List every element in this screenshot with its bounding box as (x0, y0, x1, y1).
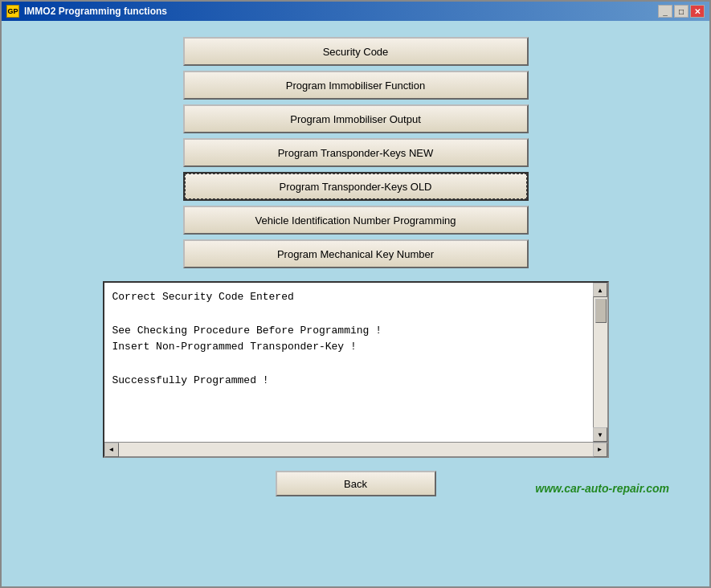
log-area-wrapper: Correct Security Code Entered See Checki… (103, 281, 609, 458)
scroll-left-button[interactable]: ◄ (104, 443, 119, 457)
programming-buttons: Security CodeProgram Immobiliser Functio… (34, 37, 677, 268)
content-area: Security CodeProgram Immobiliser Functio… (2, 21, 709, 586)
title-bar: GP IMMO2 Programming functions _ □ ✕ (2, 2, 709, 21)
maximize-button[interactable]: □ (674, 5, 689, 18)
log-text: Correct Security Code Entered See Checki… (104, 283, 593, 442)
horizontal-scrollbar: ◄ ► (104, 442, 607, 456)
title-controls: _ □ ✕ (658, 5, 705, 18)
program-transponder-keys-old-button[interactable]: Program Transponder-Keys OLD (183, 172, 529, 201)
scroll-up-button[interactable]: ▲ (593, 283, 607, 297)
minimize-button[interactable]: _ (658, 5, 672, 18)
vertical-scrollbar: ▲ ▼ (593, 283, 607, 442)
window-title: IMMO2 Programming functions (24, 6, 167, 17)
scroll-track-v[interactable] (594, 297, 607, 427)
back-button[interactable]: Back (276, 471, 436, 496)
title-bar-left: GP IMMO2 Programming functions (6, 5, 167, 18)
scroll-thumb-v[interactable] (595, 299, 607, 323)
log-area-content: Correct Security Code Entered See Checki… (104, 283, 607, 442)
back-section: Back www.car-auto-repair.com (34, 471, 677, 496)
scroll-track-h[interactable] (119, 443, 593, 456)
scroll-right-button[interactable]: ► (593, 443, 607, 457)
close-button[interactable]: ✕ (690, 5, 705, 18)
program-immobiliser-function-button[interactable]: Program Immobiliser Function (183, 71, 529, 100)
program-immobiliser-output-button[interactable]: Program Immobiliser Output (183, 104, 529, 133)
vehicle-identification-number-button[interactable]: Vehicle Identification Number Programmin… (183, 206, 529, 235)
program-transponder-keys-new-button[interactable]: Program Transponder-Keys NEW (183, 138, 529, 167)
security-code-button[interactable]: Security Code (183, 37, 529, 66)
watermark: www.car-auto-repair.com (535, 482, 669, 495)
app-icon: GP (6, 5, 19, 18)
main-window: GP IMMO2 Programming functions _ □ ✕ Sec… (0, 0, 711, 588)
program-mechanical-key-number-button[interactable]: Program Mechanical Key Number (183, 239, 529, 268)
scroll-down-button[interactable]: ▼ (593, 427, 607, 442)
